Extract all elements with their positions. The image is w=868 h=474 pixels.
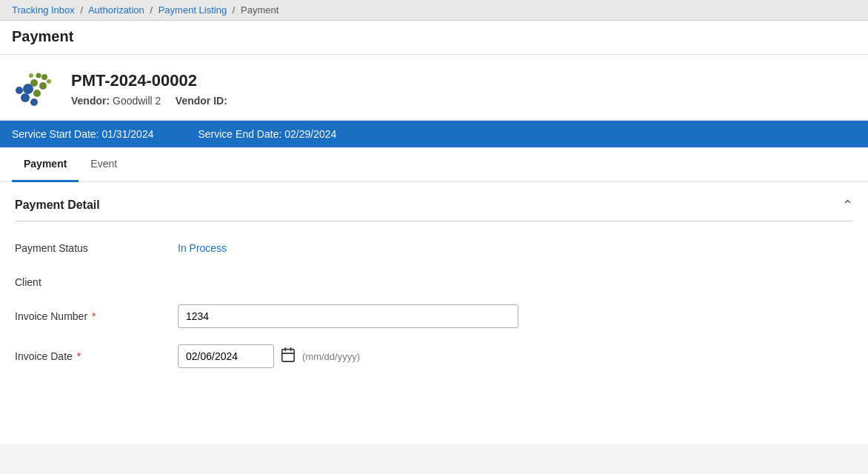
tab-payment[interactable]: Payment: [12, 147, 79, 182]
svg-point-7: [41, 74, 47, 80]
calendar-icon: [280, 347, 296, 363]
calendar-icon-button[interactable]: [280, 347, 296, 367]
service-end-label: Service End Date:: [198, 128, 281, 140]
invoice-number-label: Invoice Number *: [15, 304, 163, 322]
payment-detail-section-header: Payment Detail ⌃: [15, 197, 853, 221]
vendor-logo-icon: [12, 65, 59, 113]
payment-id: PMT-2024-00002: [71, 71, 227, 90]
client-row: Client: [15, 270, 853, 288]
service-start-label: Service Start Date:: [12, 128, 99, 140]
header-info: PMT-2024-00002 Vendor: Goodwill 2 Vendor…: [71, 71, 227, 107]
svg-point-0: [21, 93, 30, 102]
svg-point-4: [33, 90, 41, 97]
payment-status-value: In Process: [178, 236, 227, 254]
breadcrumb-authorization[interactable]: Authorization: [88, 4, 144, 16]
invoice-date-label: Invoice Date *: [15, 344, 163, 362]
svg-point-6: [39, 82, 47, 90]
collapse-icon[interactable]: ⌃: [842, 197, 853, 213]
svg-rect-11: [282, 349, 295, 361]
page-title-bar: Payment: [0, 21, 868, 55]
svg-point-2: [16, 87, 23, 94]
info-bar: Service Start Date: 01/31/2024 Service E…: [0, 121, 868, 147]
invoice-date-placeholder: (mm/dd/yyyy): [302, 351, 360, 362]
breadcrumb-payment-listing[interactable]: Payment Listing: [158, 4, 227, 16]
svg-point-1: [30, 99, 38, 106]
svg-point-5: [30, 79, 38, 87]
payment-status-label: Payment Status: [15, 236, 163, 254]
svg-point-10: [47, 79, 51, 84]
invoice-date-input-wrap: (mm/dd/yyyy): [178, 344, 360, 368]
content-area: Payment Detail ⌃ Payment Status In Proce…: [0, 182, 868, 399]
invoice-number-input[interactable]: [178, 304, 518, 328]
vendor-label: Vendor:: [71, 95, 110, 107]
vendor-value: Goodwill 2: [113, 95, 161, 107]
payment-detail-title: Payment Detail: [15, 198, 100, 212]
header-card: PMT-2024-00002 Vendor: Goodwill 2 Vendor…: [0, 55, 868, 121]
page-title: Payment: [12, 28, 856, 45]
tabs: Payment Event: [0, 147, 868, 182]
client-label: Client: [15, 270, 163, 288]
breadcrumb-tracking-inbox[interactable]: Tracking Inbox: [12, 4, 75, 16]
invoice-date-input[interactable]: [178, 344, 274, 368]
svg-point-9: [29, 73, 33, 78]
service-start-value: 01/31/2024: [101, 128, 153, 140]
payment-status-row: Payment Status In Process: [15, 236, 853, 254]
service-end-info: Service End Date: 02/29/2024: [198, 128, 336, 140]
tab-event[interactable]: Event: [79, 147, 129, 182]
breadcrumb: Tracking Inbox / Authorization / Payment…: [0, 0, 868, 21]
main-content: Payment Event Payment Detail ⌃ Payment S…: [0, 147, 868, 444]
svg-point-8: [36, 73, 41, 79]
service-end-value: 02/29/2024: [284, 128, 336, 140]
invoice-date-row: Invoice Date * (mm/dd/yyyy): [15, 344, 853, 368]
breadcrumb-current: Payment: [241, 4, 278, 16]
invoice-date-required: *: [77, 350, 81, 362]
invoice-number-row: Invoice Number *: [15, 304, 853, 328]
service-start-info: Service Start Date: 01/31/2024: [12, 128, 153, 140]
invoice-number-required: *: [92, 310, 96, 322]
vendor-id-label: Vendor ID:: [176, 95, 227, 107]
